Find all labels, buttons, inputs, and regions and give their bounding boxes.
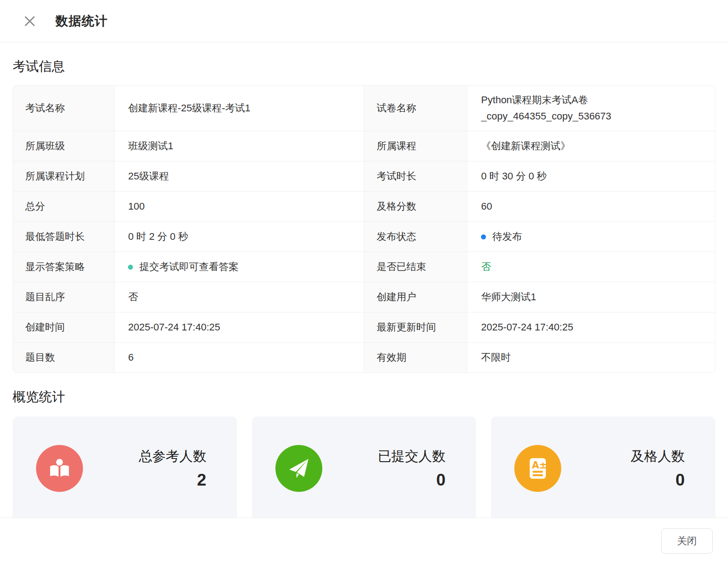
value-min-answer-time: 0 时 2 分 0 秒 [114, 221, 364, 252]
value-creator: 华师大测试1 [467, 282, 715, 312]
value-course: 《创建新课程测试》 [467, 131, 715, 161]
overview-stats: 总参考人数 2 已提交人数 0 [13, 417, 715, 518]
reader-icon-glyph [46, 455, 73, 481]
exam-paper-icon: A± [514, 445, 561, 492]
svg-text:A±: A± [532, 460, 547, 471]
stat-value-total-participants: 2 [83, 471, 206, 490]
stat-label-passed: 及格人数 [561, 447, 685, 465]
stat-card-passed: A± 及格人数 0 [491, 417, 715, 518]
stat-label-total-participants: 总参考人数 [83, 447, 206, 465]
label-course: 所属课程 [364, 131, 467, 161]
label-paper-name: 试卷名称 [364, 86, 467, 131]
label-answer-policy: 显示答案策略 [13, 252, 114, 282]
value-shuffle-questions: 否 [114, 282, 364, 312]
stat-text: 已提交人数 0 [322, 447, 446, 490]
value-class: 班级测试1 [114, 131, 364, 161]
close-icon-glyph [23, 14, 37, 28]
reader-icon [36, 445, 83, 492]
paper-plane-icon-glyph [286, 455, 312, 481]
value-validity-period: 不限时 [467, 342, 715, 372]
label-publish-status: 发布状态 [364, 221, 467, 252]
stat-card-total-participants: 总参考人数 2 [13, 417, 237, 518]
section-title-overview: 概览统计 [13, 388, 715, 406]
value-exam-duration: 0 时 30 分 0 秒 [467, 161, 715, 191]
label-update-time: 最新更新时间 [364, 312, 467, 342]
label-shuffle-questions: 题目乱序 [13, 282, 114, 312]
label-creator: 创建用户 [364, 282, 467, 312]
stat-value-passed: 0 [561, 471, 685, 490]
label-question-count: 题目数 [13, 342, 114, 372]
label-course-plan: 所属课程计划 [13, 161, 114, 191]
value-pass-score: 60 [467, 191, 715, 221]
value-create-time: 2025-07-24 17:40:25 [114, 312, 364, 342]
modal-body: 考试信息 考试名称 创建新课程-25级课程-考试1 试卷名称 Python课程期… [0, 42, 728, 518]
paper-plane-icon [275, 445, 322, 492]
close-button[interactable]: 关闭 [661, 528, 713, 554]
value-paper-name: Python课程期末考试A卷 _copy_464355_copy_536673 [467, 86, 715, 131]
modal-header: 数据统计 [0, 0, 728, 42]
label-min-answer-time: 最低答题时长 [13, 221, 114, 252]
value-total-score: 100 [114, 191, 364, 221]
value-exam-name: 创建新课程-25级课程-考试1 [114, 86, 364, 131]
stat-value-submitted: 0 [322, 471, 446, 490]
modal-title: 数据统计 [55, 13, 108, 30]
data-statistics-modal: 数据统计 考试信息 考试名称 创建新课程-25级课程-考试1 试卷名称 Pyth… [0, 0, 728, 564]
value-question-count: 6 [114, 342, 364, 372]
value-publish-status: 待发布 [467, 221, 715, 252]
answer-policy-dot [128, 265, 133, 270]
label-validity-period: 有效期 [364, 342, 467, 372]
label-total-score: 总分 [13, 191, 114, 221]
exam-info-table: 考试名称 创建新课程-25级课程-考试1 试卷名称 Python课程期末考试A卷… [13, 85, 715, 373]
label-pass-score: 及格分数 [364, 191, 467, 221]
stat-card-submitted: 已提交人数 0 [252, 417, 476, 518]
close-icon[interactable] [22, 14, 37, 29]
value-course-plan: 25级课程 [114, 161, 364, 191]
value-update-time: 2025-07-24 17:40:25 [467, 312, 715, 342]
exam-paper-icon-glyph: A± [525, 455, 551, 481]
label-is-ended: 是否已结束 [364, 252, 467, 282]
label-exam-name: 考试名称 [13, 86, 114, 131]
stat-label-submitted: 已提交人数 [322, 447, 446, 465]
answer-policy-text: 提交考试即可查看答案 [139, 259, 238, 275]
publish-status-text: 待发布 [492, 229, 522, 245]
stat-text: 总参考人数 2 [83, 447, 206, 490]
label-create-time: 创建时间 [13, 312, 114, 342]
label-class: 所属班级 [13, 131, 114, 161]
value-is-ended: 否 [467, 252, 715, 282]
label-exam-duration: 考试时长 [364, 161, 467, 191]
publish-status-dot [481, 234, 486, 239]
modal-footer: 关闭 [0, 518, 728, 564]
stat-text: 及格人数 0 [561, 447, 685, 490]
value-answer-policy: 提交考试即可查看答案 [114, 252, 364, 282]
section-title-exam-info: 考试信息 [13, 57, 715, 75]
